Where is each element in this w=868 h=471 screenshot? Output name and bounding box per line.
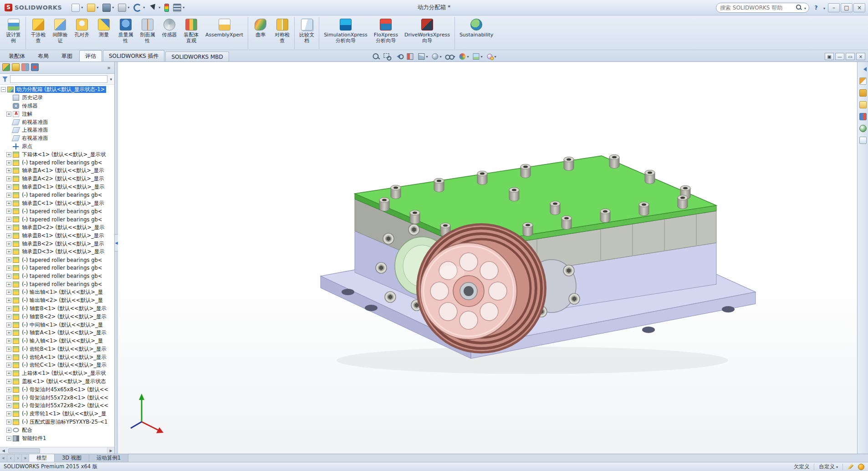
tree-item[interactable]: 右视基准面 <box>6 134 114 143</box>
panel-tab[interactable] <box>2 63 10 72</box>
expander-icon[interactable] <box>6 347 11 352</box>
nav-last-button[interactable]: » <box>22 454 29 462</box>
view-toolbar-button[interactable] <box>406 52 414 61</box>
ribbon-button[interactable]: Sustainability <box>456 17 496 49</box>
tree-item[interactable]: 原点 <box>6 143 114 151</box>
view-toolbar-button[interactable] <box>486 52 496 61</box>
tree-item[interactable]: 轴承盖A<1> (默认<<默认>_显示 <box>6 167 114 175</box>
ribbon-button[interactable]: 比较文 档 <box>296 17 319 49</box>
ribbon-tab[interactable]: 评估 <box>79 50 102 61</box>
expander-icon[interactable] <box>6 403 11 408</box>
search-input[interactable] <box>719 4 794 11</box>
search-dropdown-icon[interactable] <box>804 5 806 11</box>
help-button[interactable] <box>812 4 820 12</box>
panel-tab[interactable] <box>21 63 29 72</box>
ribbon-tab[interactable]: SOLIDWORKS MBD <box>165 51 229 61</box>
tree-item[interactable]: (-) 压配式圆形油标YPSYXYB-25-<1 <box>6 418 114 426</box>
nav-first-button[interactable]: « <box>0 454 7 462</box>
quick-access-button[interactable] <box>86 3 100 13</box>
expander-icon[interactable] <box>6 363 11 368</box>
ribbon-tab[interactable]: 装配体 <box>3 50 31 61</box>
ribbon-button[interactable]: 孔对齐 <box>71 17 93 49</box>
doc-restore-button[interactable]: ▭ <box>846 53 855 60</box>
filter-input[interactable] <box>10 75 107 83</box>
units-selector[interactable]: 自定义 <box>819 463 838 470</box>
tree-item[interactable]: (-) 轴套B<2> (默认<<默认>_显示 <box>6 312 114 321</box>
tree-item[interactable]: (-) tapered roller bearings gb< <box>6 215 114 224</box>
tree-item[interactable]: 动力分配箱 (默认<默认_显示状态-1> <box>1 86 114 94</box>
ribbon-tab[interactable]: SOLIDWORKS 插件 <box>103 50 164 61</box>
expander-icon[interactable] <box>6 387 11 392</box>
panel-tabs-overflow-button[interactable]: » <box>106 64 112 71</box>
expander-icon[interactable] <box>6 225 11 230</box>
quick-access-button[interactable] <box>172 3 186 13</box>
tree-item[interactable]: (-) 齿轮C<1> (默认<<默认>_显示 <box>6 361 114 369</box>
tree-item[interactable]: (-) tapered roller bearings gb< <box>6 256 114 264</box>
3d-model-view[interactable] <box>118 62 857 454</box>
tree-item[interactable]: 轴承盖D<2> (默认<<默认>_显示 <box>6 224 114 232</box>
quick-access-button[interactable] <box>117 3 131 13</box>
tree-item[interactable]: 智能扣件1 <box>6 434 114 442</box>
task-pane-tab[interactable] <box>859 113 867 122</box>
search-icon[interactable] <box>796 5 802 10</box>
expander-icon[interactable] <box>6 355 11 360</box>
quick-access-button[interactable] <box>101 3 115 13</box>
expander-icon[interactable] <box>1 87 6 92</box>
scroll-left-button[interactable]: ◀ <box>0 447 7 454</box>
tree-item[interactable]: (-) 齿轮A<1> (默认<<默认>_显示 <box>6 353 114 361</box>
tree-item[interactable]: 轴承盖D<3> (默认<<默认>_显示 <box>6 248 114 256</box>
tree-item[interactable]: 上箱体<1> (默认<<默认>_显示状 <box>6 369 114 378</box>
tree-item[interactable]: 前视基准面 <box>6 118 114 126</box>
quick-access-button[interactable] <box>163 3 170 13</box>
help-dropdown-icon[interactable] <box>823 5 825 11</box>
tree-item[interactable]: (-) 中间轴<1> (默认<<默认>_显 <box>6 321 114 329</box>
scrollbar-thumb[interactable] <box>8 448 40 453</box>
tree-item[interactable]: 配合 <box>6 426 114 434</box>
ribbon-button[interactable]: FloXpress 分析向导 <box>371 17 401 49</box>
ribbon-button[interactable]: 曲率 <box>250 17 271 49</box>
tree-item[interactable]: 传感器 <box>6 102 114 110</box>
ribbon-button[interactable]: 传感器 <box>158 17 180 49</box>
tree-item[interactable]: (-) 输入轴<1> (默认<<默认>_显 <box>6 337 114 345</box>
doc-tab[interactable]: 运动算例1 <box>89 454 128 462</box>
expander-icon[interactable] <box>6 371 11 376</box>
tree-item[interactable]: 轴承盖B<1> (默认<<默认>_显示 <box>6 231 114 240</box>
expander-icon[interactable] <box>6 330 11 335</box>
expander-icon[interactable] <box>6 217 11 222</box>
edit-assembly-icon[interactable] <box>848 464 853 470</box>
tree-item[interactable]: (-) tapered roller bearings gb< <box>6 272 114 280</box>
expander-icon[interactable] <box>6 266 11 271</box>
expander-icon[interactable] <box>6 257 11 262</box>
tree-item[interactable]: (-) 皮带轮1<1> (默认<<默认>_显 <box>6 410 114 418</box>
close-button[interactable]: × <box>853 3 865 12</box>
tree-item[interactable]: 轴承盖D<1> (默认<<默认>_显示 <box>6 183 114 191</box>
ribbon-tab[interactable]: 布局 <box>32 50 55 61</box>
tree-item[interactable]: 轴承盖C<1> (默认<<默认>_显示 <box>6 199 114 207</box>
ribbon-button[interactable]: 干涉检 查 <box>27 17 49 49</box>
ribbon-button[interactable]: 装配体 直观 <box>180 17 202 49</box>
expander-icon[interactable] <box>6 249 11 254</box>
tree-item[interactable]: (-) 骨架油封55x72x8<2> (默认<< <box>6 402 114 410</box>
expander-icon[interactable] <box>6 168 11 173</box>
tree-item[interactable]: (-) tapered roller bearings gb< <box>6 191 114 199</box>
task-pane-tab[interactable] <box>859 101 867 110</box>
tree-item[interactable]: (-) 轴套A<1> (默认<<默认>_显示 <box>6 329 114 337</box>
expander-icon[interactable] <box>6 184 11 189</box>
ribbon-button[interactable]: 对称检 查 <box>271 17 295 49</box>
doc-tab[interactable]: 3D 视图 <box>55 454 89 462</box>
expander-icon[interactable] <box>6 176 11 181</box>
doc-minimize-button[interactable]: — <box>835 53 844 60</box>
quick-access-button[interactable] <box>148 3 162 13</box>
expander-icon[interactable] <box>6 282 11 287</box>
view-toolbar-button[interactable] <box>472 52 483 61</box>
doc-tab[interactable]: 模型 <box>29 454 55 462</box>
panel-tab[interactable] <box>12 63 20 72</box>
tree-item[interactable]: (-) 输出轴<1> (默认<<默认>_显 <box>6 288 114 297</box>
expander-icon[interactable] <box>6 420 11 425</box>
task-pane-tab[interactable] <box>859 125 867 133</box>
tree-item[interactable]: 上视基准面 <box>6 126 114 134</box>
ribbon-button[interactable]: 质量属 性 <box>115 17 137 49</box>
expander-icon[interactable] <box>6 298 11 303</box>
nav-prev-button[interactable]: ‹ <box>7 454 15 462</box>
ribbon-button[interactable]: DriveWorksXpress 向导 <box>401 17 455 49</box>
